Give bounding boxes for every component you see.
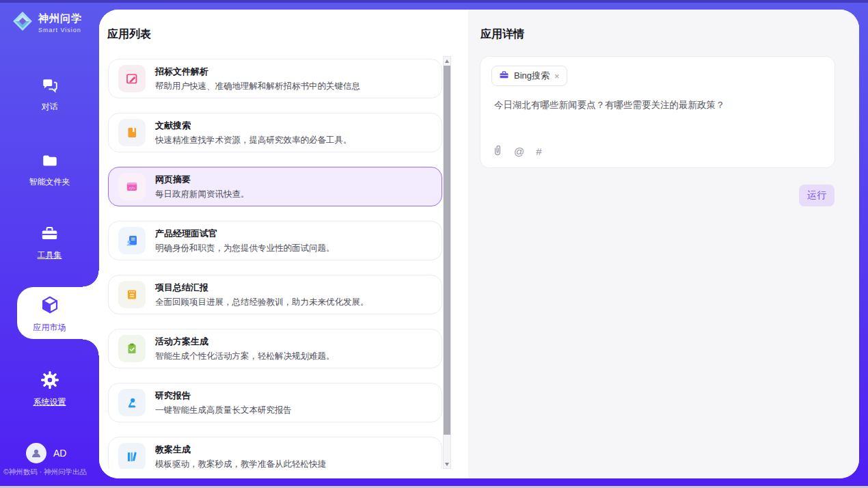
- app-card-description: 模板驱动，教案秒成，教学准备从此轻松快捷: [155, 459, 326, 470]
- brand-title: 神州问学: [38, 12, 82, 25]
- app-card-description: 一键智能生成高质量长文本研究报告: [155, 405, 292, 416]
- app-detail-title: 应用详情: [480, 27, 524, 42]
- app-card-title: 项目总结汇报: [155, 282, 369, 294]
- sidebar-item-label: 智能文件夹: [29, 176, 70, 188]
- main-panel: 应用列表 招标文件解析 帮助用户快速、准确地理解和解析招标书中的关键信息: [99, 10, 859, 478]
- app-card-web-summary[interactable]: </> 网页摘要 每日政府新闻资讯快查。: [108, 167, 442, 206]
- app-card-event-plan[interactable]: 活动方案生成 智能生成个性化活动方案，轻松解决规划难题。: [108, 329, 442, 368]
- scroll-up-arrow-icon[interactable]: [444, 57, 450, 65]
- app-card-research-report[interactable]: 研究报告 一键智能生成高质量长文本研究报告: [108, 383, 442, 422]
- app-list: 招标文件解析 帮助用户快速、准确地理解和解析招标书中的关键信息 文献搜索 快速精…: [108, 56, 442, 469]
- sidebar-item-label: 系统设置: [33, 396, 66, 408]
- app-card-description: 智能生成个性化活动方案，轻松解决规划难题。: [155, 351, 335, 362]
- book-icon: [118, 119, 146, 146]
- tool-chip-bing-search[interactable]: Bing搜索 ×: [491, 66, 567, 86]
- sidebar-item-app-market[interactable]: 应用市场: [0, 295, 99, 334]
- app-card-description: 每日政府新闻资讯快查。: [155, 189, 249, 200]
- app-card-lesson-plan[interactable]: 教案生成 模板驱动，教案秒成，教学准备从此轻松快捷: [108, 437, 442, 469]
- research-icon: [118, 389, 146, 416]
- app-list-scrollbar[interactable]: [443, 56, 451, 469]
- brand-logo: 神州问学 Smart Vision: [12, 11, 82, 34]
- briefcase-icon: [499, 70, 509, 83]
- sidebar-item-chat[interactable]: 对话: [0, 77, 99, 113]
- active-nav-fillet-bottom: [83, 339, 99, 355]
- prompt-card: Bing搜索 × 今日湖北有哪些新闻要点？有哪些需要关注的最新政策？ @ #: [480, 56, 835, 168]
- app-list-title: 应用列表: [107, 27, 151, 42]
- query-text-input[interactable]: 今日湖北有哪些新闻要点？有哪些需要关注的最新政策？: [494, 99, 821, 111]
- app-card-title: 教案生成: [155, 444, 326, 456]
- app-card-description: 快速精准查找学术资源，提高研究效率的必备工具。: [155, 135, 352, 146]
- app-card-bid-parse[interactable]: 招标文件解析 帮助用户快速、准确地理解和解析招标书中的关键信息: [108, 59, 442, 98]
- tool-chip-label: Bing搜索: [514, 70, 550, 82]
- sidebar-item-label: 对话: [42, 101, 58, 113]
- sidebar-item-label: 应用市场: [33, 322, 66, 334]
- app-card-title: 产品经理面试官: [155, 228, 335, 240]
- clipboard-check-icon: [118, 335, 146, 362]
- toolbox-icon: [40, 224, 59, 245]
- svg-text:</>: </>: [128, 186, 135, 190]
- app-card-title: 研究报告: [155, 390, 292, 402]
- sidebar-item-label: 工具集: [38, 249, 62, 261]
- gear-icon: [40, 370, 59, 392]
- scroll-down-arrow-icon[interactable]: [444, 460, 450, 468]
- app-detail-section: 应用详情 Bing搜索 × 今日湖北有哪些新闻要点？有哪些需要关注的最新政策？: [468, 10, 859, 478]
- gem-logo-icon: [12, 11, 33, 34]
- web-code-icon: </>: [118, 173, 146, 200]
- app-card-title: 文献搜索: [155, 120, 352, 132]
- active-nav-fillet-top: [83, 271, 99, 287]
- books-icon: [118, 443, 146, 469]
- edit-document-icon: [118, 65, 146, 92]
- note-icon: [118, 281, 146, 308]
- sidebar-item-settings[interactable]: 系统设置: [0, 370, 99, 408]
- copyright-text: ©神州数码 · 神州问学出品: [0, 467, 109, 477]
- folder-icon: [41, 152, 59, 172]
- app-card-pm-interviewer[interactable]: 产品经理面试官 明确身份和职责，为您提供专业性的面试问题。: [108, 221, 442, 260]
- app-window: 神州问学 Smart Vision 对话 智能文件夹: [0, 0, 868, 488]
- avatar: [26, 443, 46, 463]
- app-card-title: 网页摘要: [155, 174, 249, 186]
- paperclip-icon[interactable]: [493, 144, 502, 158]
- scrollbar-thumb[interactable]: [444, 66, 450, 435]
- sidebar-item-smart-folder[interactable]: 智能文件夹: [0, 152, 99, 188]
- app-card-title: 招标文件解析: [155, 66, 360, 78]
- prompt-toolbar: @ #: [493, 144, 542, 158]
- user-account[interactable]: AD: [26, 443, 66, 463]
- hash-icon[interactable]: #: [536, 146, 541, 157]
- app-card-title: 活动方案生成: [155, 336, 335, 348]
- app-card-description: 全面回顾项目进展，总结经验教训，助力未来优化发展。: [155, 297, 369, 308]
- chat-icon: [41, 77, 59, 97]
- interview-doc-icon: [118, 227, 146, 254]
- window-top-edge: [0, 0, 868, 3]
- app-list-section: 应用列表 招标文件解析 帮助用户快速、准确地理解和解析招标书中的关键信息: [99, 10, 468, 478]
- cube-icon: [40, 295, 60, 318]
- app-card-description: 明确身份和职责，为您提供专业性的面试问题。: [155, 243, 335, 254]
- sidebar-item-toolset[interactable]: 工具集: [0, 224, 99, 261]
- close-icon[interactable]: ×: [554, 72, 560, 81]
- user-name: AD: [53, 448, 66, 459]
- run-button[interactable]: 运行: [799, 185, 835, 206]
- app-card-description: 帮助用户快速、准确地理解和解析招标书中的关键信息: [155, 81, 360, 92]
- sidebar: 神州问学 Smart Vision 对话 智能文件夹: [0, 0, 99, 488]
- app-card-literature-search[interactable]: 文献搜索 快速精准查找学术资源，提高研究效率的必备工具。: [108, 113, 442, 152]
- brand-subtitle: Smart Vision: [38, 27, 82, 33]
- app-card-project-summary[interactable]: 项目总结汇报 全面回顾项目进展，总结经验教训，助力未来优化发展。: [108, 275, 442, 314]
- mention-icon[interactable]: @: [514, 146, 524, 157]
